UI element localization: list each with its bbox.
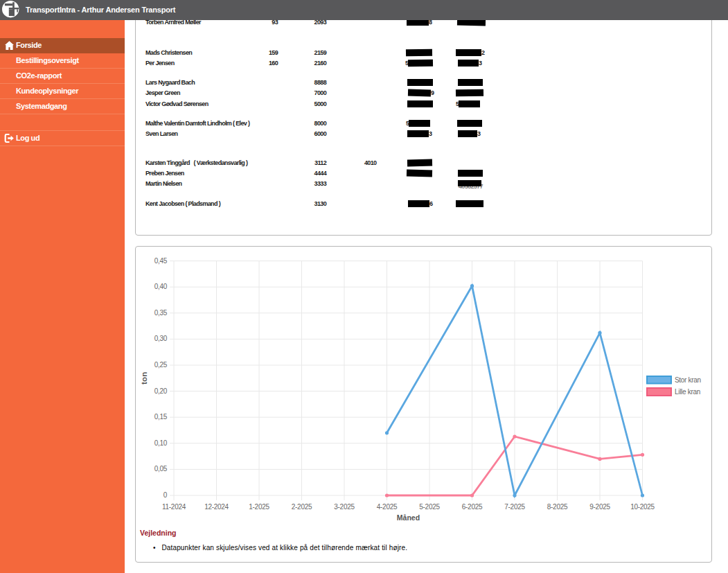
svg-text:Måned: Måned — [397, 513, 420, 522]
svg-text:Stor kran: Stor kran — [675, 376, 701, 384]
svg-text:3-2025: 3-2025 — [334, 503, 355, 511]
svg-text:0,40: 0,40 — [154, 283, 168, 290]
svg-text:1-2025: 1-2025 — [249, 503, 269, 511]
svg-text:0,35: 0,35 — [154, 309, 168, 317]
svg-text:4-2025: 4-2025 — [377, 503, 398, 511]
svg-text:5-2025: 5-2025 — [419, 503, 440, 511]
svg-text:0,25: 0,25 — [154, 361, 168, 369]
svg-text:10-2025: 10-2025 — [630, 503, 655, 511]
svg-text:9-2025: 9-2025 — [589, 503, 610, 511]
svg-text:0,20: 0,20 — [154, 387, 168, 395]
svg-text:2-2025: 2-2025 — [292, 503, 312, 511]
svg-text:0,05: 0,05 — [154, 465, 168, 473]
svg-text:0,45: 0,45 — [154, 257, 168, 265]
svg-text:ton: ton — [141, 372, 149, 385]
svg-text:12-2024: 12-2024 — [204, 503, 229, 511]
svg-text:8-2025: 8-2025 — [547, 503, 568, 511]
svg-text:Lille kran: Lille kran — [675, 388, 700, 396]
svg-text:0,15: 0,15 — [154, 413, 168, 421]
svg-text:7-2025: 7-2025 — [504, 503, 525, 511]
svg-text:6-2025: 6-2025 — [462, 503, 483, 511]
svg-text:0,10: 0,10 — [154, 439, 168, 447]
svg-text:11-2024: 11-2024 — [162, 503, 186, 511]
svg-text:0,30: 0,30 — [154, 335, 168, 342]
svg-text:0: 0 — [163, 491, 168, 499]
